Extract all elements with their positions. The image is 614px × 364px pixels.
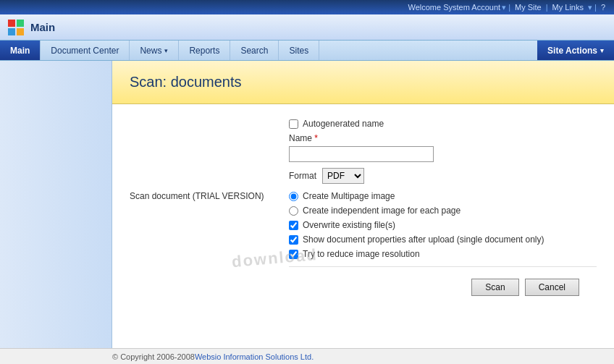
tab-main-label: Main — [10, 46, 30, 56]
svg-rect-3 — [17, 28, 24, 35]
overwrite-label: Overwrite existing file(s) — [303, 220, 395, 230]
create-independent-row: Create independent image for each page — [289, 206, 597, 216]
create-independent-label: Create independent image for each page — [303, 206, 460, 216]
format-row: Format PDF TIFF JPEG — [289, 168, 597, 184]
tab-reports-label: Reports — [189, 46, 219, 56]
svg-rect-1 — [17, 20, 24, 27]
form-left-section: Scan document (TRIAL VERSION) — [130, 119, 274, 308]
tab-sites[interactable]: Sites — [279, 41, 319, 60]
tab-sites-label: Sites — [289, 46, 308, 56]
tab-document-center[interactable]: Document Center — [41, 41, 130, 60]
separator1: ▾ | — [502, 3, 510, 12]
footer-copyright: © Copyright 2006-2008 — [112, 352, 195, 361]
site-actions-dropdown-icon: ▾ — [600, 47, 604, 54]
separator2: | — [546, 3, 548, 12]
footer: © Copyright 2006-2008 Websio Information… — [0, 348, 614, 364]
name-label: Name * — [289, 133, 597, 143]
help-link[interactable]: ? — [601, 3, 605, 12]
reduce-resolution-label: Try to reduce image resolution — [303, 249, 420, 259]
app-logo — [7, 19, 25, 36]
tab-news-label: News — [140, 46, 161, 56]
show-properties-label: Show document properties after upload (s… — [303, 234, 544, 245]
autogenerated-checkbox[interactable] — [289, 119, 298, 129]
footer-link[interactable]: Websio Information Solutions Ltd. — [195, 352, 314, 361]
top-bar: Welcome System Account ▾ | My Site | My … — [0, 0, 614, 14]
autogenerated-label: Autogenerated name — [303, 119, 384, 129]
overwrite-row: Overwrite existing file(s) — [289, 220, 597, 230]
main-content: Scan: documents download Scan document (… — [0, 61, 614, 348]
create-multipage-label: Create Multipage image — [303, 191, 395, 201]
create-multipage-row: Create Multipage image — [289, 191, 597, 201]
site-actions-button[interactable]: Site Actions ▾ — [537, 41, 614, 60]
show-properties-row: Show document properties after upload (s… — [289, 234, 597, 245]
format-label: Format — [289, 171, 316, 181]
tab-search[interactable]: Search — [230, 41, 279, 60]
news-dropdown-icon: ▾ — [164, 47, 168, 54]
tab-document-center-label: Document Center — [51, 46, 119, 56]
cancel-button[interactable]: Cancel — [525, 279, 579, 296]
site-actions-label: Site Actions — [547, 46, 597, 56]
app-title-bar: Main — [0, 14, 614, 41]
app-title: Main — [30, 21, 55, 33]
svg-rect-0 — [8, 20, 15, 27]
button-row: Scan Cancel — [289, 266, 597, 308]
nav-spacer — [319, 41, 537, 60]
scan-document-label: Scan document (TRIAL VERSION) — [130, 191, 264, 201]
tab-main[interactable]: Main — [0, 41, 41, 60]
page-title: Scan: documents — [130, 74, 597, 90]
reduce-resolution-checkbox[interactable] — [289, 250, 298, 259]
tab-reports[interactable]: Reports — [179, 41, 230, 60]
scan-button[interactable]: Scan — [471, 279, 518, 296]
tab-news[interactable]: News ▾ — [130, 41, 179, 60]
create-multipage-radio[interactable] — [289, 192, 298, 201]
form-area: Scan document (TRIAL VERSION) Autogenera… — [112, 104, 614, 322]
svg-rect-2 — [8, 28, 15, 35]
page-header: Scan: documents — [112, 61, 614, 104]
content-area: Scan: documents download Scan document (… — [112, 61, 614, 348]
name-required-marker: * — [314, 133, 318, 143]
welcome-text: Welcome System Account — [408, 3, 501, 12]
show-properties-checkbox[interactable] — [289, 235, 298, 245]
nav-bar: Main Document Center News ▾ Reports Sear… — [0, 41, 614, 61]
name-group: Name * — [289, 133, 597, 162]
name-input[interactable] — [289, 146, 434, 162]
overwrite-checkbox[interactable] — [289, 221, 298, 230]
form-right-section: Autogenerated name Name * Format PDF TIF… — [274, 119, 597, 308]
reduce-resolution-row: Try to reduce image resolution — [289, 249, 597, 259]
create-independent-radio[interactable] — [289, 206, 298, 216]
tab-search-label: Search — [240, 46, 268, 56]
sidebar — [0, 61, 112, 348]
format-select[interactable]: PDF TIFF JPEG — [322, 168, 364, 184]
separator3: ▾ | — [588, 3, 597, 12]
my-links-link[interactable]: My Links — [552, 3, 584, 12]
my-site-link[interactable]: My Site — [515, 3, 542, 12]
autogenerated-row: Autogenerated name — [289, 119, 597, 129]
